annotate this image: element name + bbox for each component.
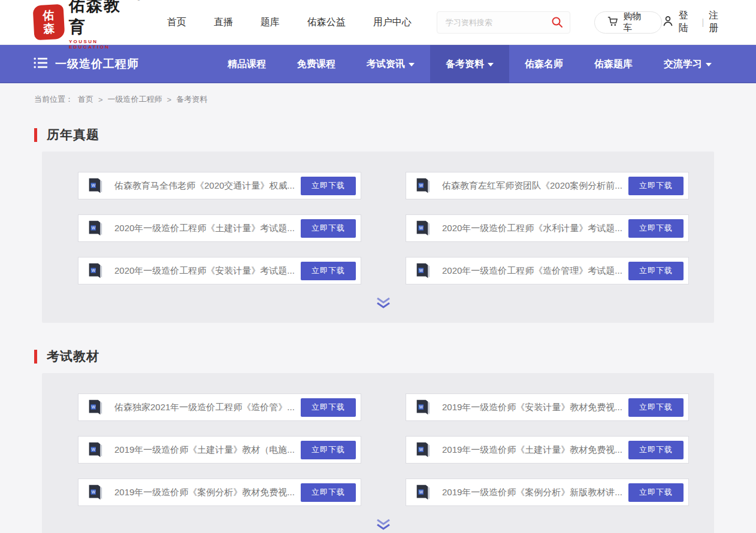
auth-area: 登陆 | 注册 xyxy=(662,10,727,35)
register-link[interactable]: 注册 xyxy=(709,10,727,35)
nav-item-home[interactable]: 首页 xyxy=(167,16,186,29)
material-title: 佑森独家2021年一级造价工程师《造价管》... xyxy=(114,402,301,413)
expand-more-control[interactable] xyxy=(78,284,689,316)
download-button[interactable]: 立即下载 xyxy=(628,262,684,280)
download-item: W 2020年一级造价工程师《安装计量》考试题... 立即下载 xyxy=(78,257,361,284)
document-icon: W xyxy=(86,398,104,416)
nav-item-question-bank[interactable]: 题库 xyxy=(261,16,280,29)
material-title: 2020年一级造价工程师《水利计量》考试题... xyxy=(442,223,628,234)
brand-name: 佑森教育 xyxy=(69,0,137,38)
site-logo[interactable]: 佑森 佑森教育 ® YOUSUN EDUCATION xyxy=(34,0,141,50)
expand-more-control[interactable] xyxy=(78,506,689,533)
download-button[interactable]: 立即下载 xyxy=(301,398,356,417)
download-button[interactable]: 立即下载 xyxy=(628,483,684,502)
textbooks-panel: W 佑森独家2021年一级造价工程师《造价管》... 立即下载 W 2019年一… xyxy=(42,373,714,533)
svg-text:W: W xyxy=(92,405,96,409)
double-chevron-down-icon xyxy=(373,518,394,531)
download-button[interactable]: 立即下载 xyxy=(628,177,684,195)
download-button[interactable]: 立即下载 xyxy=(628,441,684,459)
svg-text:W: W xyxy=(419,268,424,272)
download-item: W 2019年一级造价师《案例分析》新版教材讲... 立即下载 xyxy=(406,479,689,506)
svg-text:W: W xyxy=(419,490,424,494)
download-item: W 2019年一级造价师《安装计量》教材免费视... 立即下载 xyxy=(406,393,689,421)
navbar-item-exam-news[interactable]: 考试资讯 xyxy=(351,45,430,83)
download-item: W 2019年一级造价师《土建计量》教材（电施... 立即下载 xyxy=(78,436,361,464)
chevron-down-icon xyxy=(488,63,494,66)
document-icon: W xyxy=(86,441,104,459)
svg-text:W: W xyxy=(92,268,96,272)
breadcrumb: 当前位置： 首页 > 一级造价工程师 > 备考资料 xyxy=(0,83,756,112)
breadcrumb-current: 备考资料 xyxy=(176,94,207,105)
section-title: 考试教材 xyxy=(47,348,99,365)
nav-item-charity[interactable]: 佑森公益 xyxy=(307,16,346,29)
navbar-item-exchange-learning[interactable]: 交流学习 xyxy=(648,45,727,83)
category-title: 一级造价工程师 xyxy=(55,56,139,72)
secondary-nav: 精品课程 免费课程 考试资讯 备考资料 佑森名师 佑森题库 交流学习 xyxy=(212,45,727,83)
download-button[interactable]: 立即下载 xyxy=(628,398,684,417)
document-icon: W xyxy=(414,398,432,416)
category-block[interactable]: 一级造价工程师 xyxy=(34,45,139,83)
download-button[interactable]: 立即下载 xyxy=(301,219,356,238)
logo-seal-icon: 佑森 xyxy=(33,4,65,41)
svg-text:W: W xyxy=(92,447,96,452)
material-title: 2019年一级造价师《土建计量》教材免费视... xyxy=(442,444,628,456)
svg-text:W: W xyxy=(92,226,96,230)
download-item: W 2020年一级造价工程师《造价管理》考试题... 立即下载 xyxy=(406,257,689,284)
material-title: 2019年一级造价师《案例分析》新版教材讲... xyxy=(442,487,628,498)
svg-text:W: W xyxy=(92,183,96,187)
chevron-down-icon xyxy=(409,63,415,66)
registered-mark: ® xyxy=(137,0,141,2)
document-icon: W xyxy=(414,483,432,501)
document-icon: W xyxy=(86,219,104,237)
category-navbar: 一级造价工程师 精品课程 免费课程 考试资讯 备考资料 佑森名师 佑森题库 交流… xyxy=(0,45,756,83)
main-content: 历年真题 W 佑森教育马全伟老师《2020交通计量》权威... 立即下载 W 佑… xyxy=(0,126,756,533)
document-icon: W xyxy=(414,219,432,237)
search-box xyxy=(437,11,570,34)
download-button[interactable]: 立即下载 xyxy=(301,441,356,459)
svg-text:W: W xyxy=(419,447,424,452)
breadcrumb-category[interactable]: 一级造价工程师 xyxy=(108,94,162,105)
material-title: 2019年一级造价师《安装计量》教材免费视... xyxy=(442,402,628,413)
download-button[interactable]: 立即下载 xyxy=(301,262,356,280)
download-item: W 2020年一级造价工程师《土建计量》考试题... 立即下载 xyxy=(78,214,361,242)
material-title: 2020年一级造价工程师《土建计量》考试题... xyxy=(114,223,301,234)
download-button[interactable]: 立即下载 xyxy=(301,483,356,502)
navbar-item-famous-teachers[interactable]: 佑森名师 xyxy=(509,45,579,83)
download-item: W 佑森教育左红军师资团队《2020案例分析前... 立即下载 xyxy=(406,172,689,199)
search-icon[interactable] xyxy=(551,16,563,31)
download-item: W 佑森教育马全伟老师《2020交通计量》权威... 立即下载 xyxy=(78,172,361,199)
auth-divider: | xyxy=(702,17,704,27)
user-icon xyxy=(662,15,674,29)
section-accent-bar xyxy=(34,350,37,364)
document-icon: W xyxy=(414,177,432,195)
download-item: W 2019年一级造价师《土建计量》教材免费视... 立即下载 xyxy=(406,436,689,464)
download-item: W 2020年一级造价工程师《水利计量》考试题... 立即下载 xyxy=(406,214,689,242)
download-button[interactable]: 立即下载 xyxy=(301,177,356,195)
svg-text:W: W xyxy=(419,183,424,187)
document-icon: W xyxy=(86,262,104,280)
list-menu-icon[interactable] xyxy=(34,57,48,71)
login-link[interactable]: 登陆 xyxy=(679,10,697,35)
navbar-item-prep-materials[interactable]: 备考资料 xyxy=(430,45,509,83)
past-papers-panel: W 佑森教育马全伟老师《2020交通计量》权威... 立即下载 W 佑森教育左红… xyxy=(42,152,714,323)
cart-icon xyxy=(607,16,618,29)
document-icon: W xyxy=(86,177,104,195)
navbar-item-premium-courses[interactable]: 精品课程 xyxy=(212,45,282,83)
material-title: 佑森教育马全伟老师《2020交通计量》权威... xyxy=(114,180,301,192)
navbar-item-free-courses[interactable]: 免费课程 xyxy=(282,45,351,83)
nav-item-user-center[interactable]: 用户中心 xyxy=(373,16,412,29)
material-title: 佑森教育左红军师资团队《2020案例分析前... xyxy=(442,180,628,192)
download-button[interactable]: 立即下载 xyxy=(628,219,684,238)
material-title: 2020年一级造价工程师《安装计量》考试题... xyxy=(114,265,301,277)
svg-text:W: W xyxy=(419,226,424,230)
document-icon: W xyxy=(414,262,432,280)
section-accent-bar xyxy=(34,128,37,142)
material-title: 2019年一级造价师《案例分析》教材免费视... xyxy=(114,487,301,498)
nav-item-live[interactable]: 直播 xyxy=(214,16,233,29)
breadcrumb-home[interactable]: 首页 xyxy=(78,94,93,105)
cart-button[interactable]: 购物车 xyxy=(594,11,662,34)
primary-nav: 首页 直播 题库 佑森公益 用户中心 xyxy=(167,16,412,29)
navbar-item-question-bank[interactable]: 佑森题库 xyxy=(579,45,648,83)
search-input[interactable] xyxy=(437,11,570,34)
breadcrumb-prefix: 当前位置： xyxy=(34,94,73,105)
